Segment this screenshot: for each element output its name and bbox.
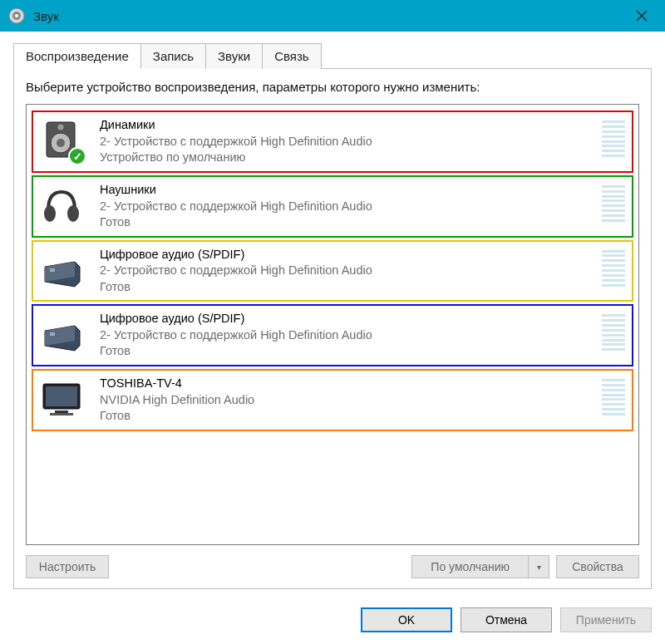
headphones-icon	[38, 182, 85, 229]
sound-dialog: Звук Воспроизведение Запись Звуки Связь …	[0, 0, 665, 644]
window-title: Звук	[33, 9, 623, 23]
svg-point-6	[58, 125, 64, 130]
device-title: Наушники	[100, 182, 594, 199]
device-text: Наушники 2- Устройство с поддержкой High…	[100, 182, 594, 231]
properties-button[interactable]: Свойства	[556, 555, 639, 578]
spdif-icon	[38, 247, 85, 293]
device-subtitle: 2- Устройство с поддержкой High Definiti…	[100, 327, 594, 344]
device-list[interactable]: ✓ Динамики 2- Устройство с поддержкой Hi…	[26, 104, 639, 545]
level-meter	[602, 250, 625, 287]
svg-rect-9	[50, 268, 55, 272]
panel-button-row: Настроить По умолчанию ▾ Свойства	[26, 555, 639, 578]
device-status: Готов	[100, 214, 594, 231]
close-button[interactable]	[623, 2, 660, 29]
speaker-icon: ✓	[38, 117, 85, 164]
tab-recording[interactable]: Запись	[140, 43, 206, 69]
svg-rect-12	[46, 386, 77, 406]
svg-rect-14	[50, 413, 73, 415]
tab-communications[interactable]: Связь	[262, 43, 321, 69]
svg-point-7	[44, 205, 56, 222]
spacer	[116, 555, 405, 578]
ok-button[interactable]: OK	[361, 607, 452, 632]
svg-point-5	[57, 139, 65, 147]
device-subtitle: 2- Устройство с поддержкой High Definiti…	[100, 199, 594, 215]
device-item-headphones[interactable]: Наушники 2- Устройство с поддержкой High…	[32, 175, 633, 238]
set-default-button[interactable]: По умолчанию ▾	[411, 555, 549, 578]
tv-icon	[38, 376, 85, 422]
device-item-speakers[interactable]: ✓ Динамики 2- Устройство с поддержкой Hi…	[32, 111, 633, 173]
device-text: Цифровое аудио (S/PDIF) 2- Устройство с …	[100, 311, 594, 360]
level-meter	[602, 314, 625, 351]
device-status: Устройство по умолчанию	[100, 150, 594, 166]
dialog-button-row: OK Отмена Применить	[0, 597, 665, 644]
svg-point-2	[15, 14, 18, 17]
spdif-icon	[38, 311, 85, 357]
device-subtitle: 2- Устройство с поддержкой High Definiti…	[100, 134, 594, 150]
device-status: Готов	[100, 279, 594, 296]
level-meter	[602, 120, 625, 157]
device-text: Динамики 2- Устройство с поддержкой High…	[100, 117, 594, 166]
device-subtitle: 2- Устройство с поддержкой High Definiti…	[100, 263, 594, 279]
level-meter	[602, 379, 625, 415]
device-text: TOSHIBA-TV-4 NVIDIA High Definition Audi…	[100, 376, 594, 425]
tab-playback[interactable]: Воспроизведение	[13, 43, 141, 69]
content-area: Воспроизведение Запись Звуки Связь Выбер…	[0, 32, 665, 597]
device-title: Цифровое аудио (S/PDIF)	[100, 247, 594, 263]
tab-strip: Воспроизведение Запись Звуки Связь	[13, 43, 652, 69]
close-icon	[636, 10, 648, 22]
apply-button[interactable]: Применить	[560, 607, 652, 632]
chevron-down-icon[interactable]: ▾	[529, 556, 549, 578]
tab-sounds[interactable]: Звуки	[205, 43, 263, 69]
tab-panel-playback: Выберите устройство воспроизведения, пар…	[13, 68, 652, 589]
level-meter	[602, 185, 625, 222]
device-title: TOSHIBA-TV-4	[100, 376, 594, 392]
cancel-button[interactable]: Отмена	[461, 607, 552, 632]
device-title: Динамики	[100, 117, 594, 134]
device-item-tv[interactable]: TOSHIBA-TV-4 NVIDIA High Definition Audi…	[32, 369, 633, 431]
svg-point-8	[67, 205, 79, 222]
device-text: Цифровое аудио (S/PDIF) 2- Устройство с …	[100, 247, 594, 296]
instruction-text: Выберите устройство воспроизведения, пар…	[26, 79, 639, 96]
svg-rect-13	[55, 410, 68, 413]
device-status: Готов	[100, 408, 594, 425]
sound-icon	[8, 7, 25, 24]
device-title: Цифровое аудио (S/PDIF)	[100, 311, 594, 327]
device-subtitle: NVIDIA High Definition Audio	[100, 392, 594, 409]
titlebar[interactable]: Звук	[0, 0, 665, 32]
device-status: Готов	[100, 343, 594, 360]
device-item-spdif-1[interactable]: Цифровое аудио (S/PDIF) 2- Устройство с …	[32, 240, 633, 302]
set-default-label: По умолчанию	[412, 556, 529, 578]
device-item-spdif-2[interactable]: Цифровое аудио (S/PDIF) 2- Устройство с …	[32, 304, 633, 366]
svg-rect-10	[50, 332, 55, 336]
configure-button[interactable]: Настроить	[26, 555, 109, 578]
